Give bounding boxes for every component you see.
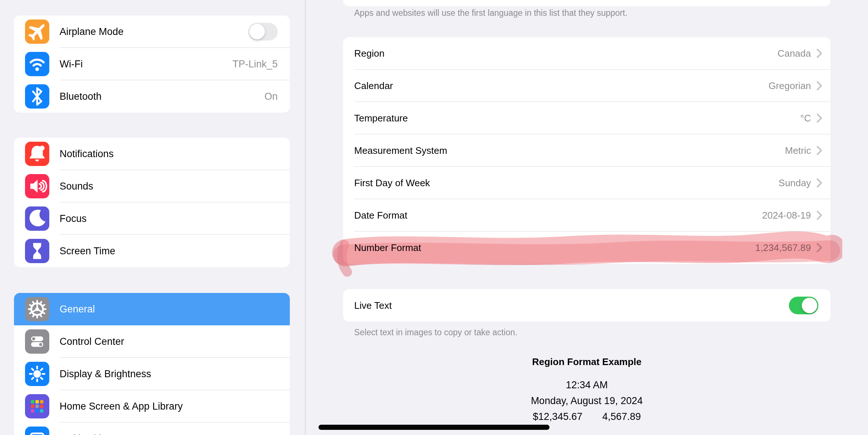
sidebar-item-bluetooth[interactable]: Bluetooth On (14, 80, 290, 113)
row-label: Measurement System (354, 145, 785, 156)
row-calendar[interactable]: Calendar Gregorian (343, 70, 830, 102)
row-label: Number Format (354, 242, 755, 254)
example-date: Monday, August 19, 2024 (343, 393, 830, 409)
focus-moon-icon (25, 206, 49, 231)
row-first-day-of-week[interactable]: First Day of Week Sunday (343, 167, 830, 199)
sidebar-item-label: Focus (60, 213, 278, 224)
sidebar-item-general[interactable]: General (14, 293, 290, 325)
row-value: Metric (785, 145, 811, 156)
sidebar-item-label: Display & Brightness (60, 368, 278, 380)
sidebar-item-label: Wi-Fi (60, 59, 232, 70)
hourglass-icon (25, 239, 49, 263)
row-value: 2024-08-19 (762, 210, 811, 221)
sidebar-item-label: Screen Time (60, 245, 278, 257)
control-center-icon (25, 329, 49, 354)
notifications-icon (25, 142, 49, 166)
bluetooth-icon (25, 84, 49, 109)
app-grid-icon (25, 394, 49, 418)
chevron-right-icon (817, 211, 822, 220)
sidebar-item-label: Multitasking & Gestures (60, 433, 278, 435)
example-number: 4,567.89 (602, 411, 641, 422)
gear-icon (25, 297, 49, 321)
airplane-icon (25, 20, 49, 44)
chevron-right-icon (817, 243, 822, 252)
row-label: Region (354, 48, 778, 59)
sidebar-item-display-brightness[interactable]: Display & Brightness (14, 358, 290, 390)
example-time: 12:34 AM (343, 377, 830, 393)
chevron-right-icon (817, 113, 822, 123)
brightness-sun-icon (25, 362, 49, 386)
row-region[interactable]: Region Canada (343, 37, 830, 70)
example-numbers: $12,345.674,567.89 (343, 409, 830, 425)
sidebar-item-label: Notifications (60, 148, 278, 160)
row-value: °C (800, 113, 811, 124)
sidebar-item-label: Control Center (60, 336, 278, 347)
sidebar-item-label: Bluetooth (60, 91, 264, 102)
languages-card-partial (343, 0, 830, 6)
sidebar-item-wifi[interactable]: Wi-Fi TP-Link_5 (14, 48, 290, 80)
sidebar-item-label: Airplane Mode (60, 26, 248, 38)
split-view-divider (305, 0, 306, 435)
example-title: Region Format Example (343, 356, 830, 368)
sidebar-item-multitasking[interactable]: Multitasking & Gestures (14, 422, 290, 435)
chevron-right-icon (817, 146, 822, 155)
toggle-knob (249, 24, 265, 39)
sounds-icon (25, 174, 49, 198)
sidebar-group-general: General Control Center (14, 293, 290, 435)
row-number-format[interactable]: Number Format 1,234,567.89 (343, 231, 830, 264)
chevron-right-icon (817, 178, 822, 188)
airplane-mode-toggle[interactable] (248, 23, 278, 40)
live-text-footnote: Select text in images to copy or take ac… (354, 328, 517, 337)
sidebar-item-label: Home Screen & App Library (60, 401, 278, 412)
wifi-icon (25, 52, 49, 76)
sidebar-item-home-screen[interactable]: Home Screen & App Library (14, 390, 290, 422)
row-label: Temperature (354, 113, 800, 124)
live-text-toggle[interactable] (789, 297, 818, 314)
row-temperature[interactable]: Temperature °C (343, 102, 830, 134)
example-currency: $12,345.67 (533, 411, 582, 422)
row-date-format[interactable]: Date Format 2024-08-19 (343, 199, 830, 231)
sidebar-item-control-center[interactable]: Control Center (14, 325, 290, 358)
region-format-example: Region Format Example 12:34 AM Monday, A… (343, 356, 830, 425)
row-value: Canada (778, 48, 811, 59)
home-indicator[interactable] (319, 425, 549, 430)
bluetooth-status-value: On (264, 91, 278, 102)
sidebar-item-sounds[interactable]: Sounds (14, 170, 290, 202)
row-label: First Day of Week (354, 177, 779, 189)
multitasking-icon (25, 427, 49, 435)
languages-footnote: Apps and websites will use the first lan… (354, 8, 627, 18)
sidebar-item-focus[interactable]: Focus (14, 202, 290, 235)
row-value: 1,234,567.89 (755, 242, 811, 254)
sidebar-item-screen-time[interactable]: Screen Time (14, 235, 290, 267)
region-settings-card: Region Canada Calendar Gregorian Tempera… (343, 37, 830, 264)
sidebar-item-airplane-mode[interactable]: Airplane Mode (14, 15, 290, 48)
row-value: Sunday (779, 177, 811, 189)
settings-app: Airplane Mode Wi-Fi TP-Link_5 B (0, 0, 868, 435)
row-label: Live Text (354, 300, 789, 311)
sidebar-group-notifications: Notifications Sounds Focus (14, 138, 290, 267)
sidebar-group-connectivity: Airplane Mode Wi-Fi TP-Link_5 B (14, 15, 290, 113)
live-text-card: Live Text (343, 289, 830, 322)
row-live-text: Live Text (343, 289, 830, 322)
row-measurement-system[interactable]: Measurement System Metric (343, 134, 830, 167)
row-label: Date Format (354, 210, 762, 221)
row-label: Calendar (354, 80, 768, 92)
sidebar-item-notifications[interactable]: Notifications (14, 138, 290, 170)
chevron-right-icon (817, 49, 822, 58)
sidebar-item-label: Sounds (60, 181, 278, 192)
sidebar-item-label: General (60, 304, 278, 315)
wifi-network-value: TP-Link_5 (232, 59, 278, 70)
toggle-knob (802, 298, 817, 313)
row-value: Gregorian (768, 80, 811, 92)
chevron-right-icon (817, 81, 822, 91)
